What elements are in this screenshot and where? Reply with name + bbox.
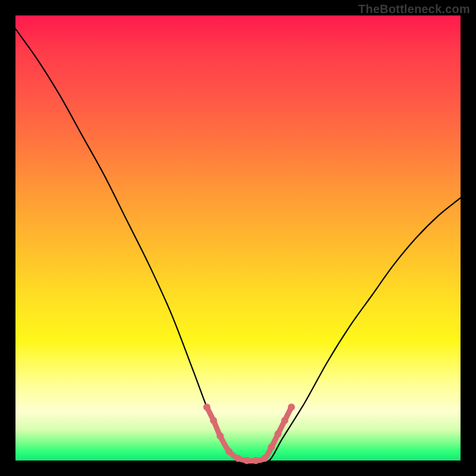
fit-marker [217, 433, 224, 440]
curve-line [15, 29, 461, 462]
fit-marker [210, 417, 217, 424]
fit-marker [203, 403, 211, 411]
fit-marker [288, 403, 295, 411]
fit-marker [234, 455, 242, 462]
chart-stage: TheBottleneck.com [0, 0, 476, 476]
fit-line-with-markers [203, 403, 295, 464]
fit-marker [261, 455, 268, 462]
plot-area [15, 15, 461, 461]
watermark-text: TheBottleneck.com [358, 2, 470, 16]
chart-svg [15, 15, 461, 461]
fit-marker [226, 448, 233, 455]
fit-marker [252, 457, 259, 464]
fit-marker [268, 444, 275, 451]
fit-marker [274, 430, 281, 437]
fit-marker [281, 417, 289, 424]
fit-marker [243, 457, 250, 464]
